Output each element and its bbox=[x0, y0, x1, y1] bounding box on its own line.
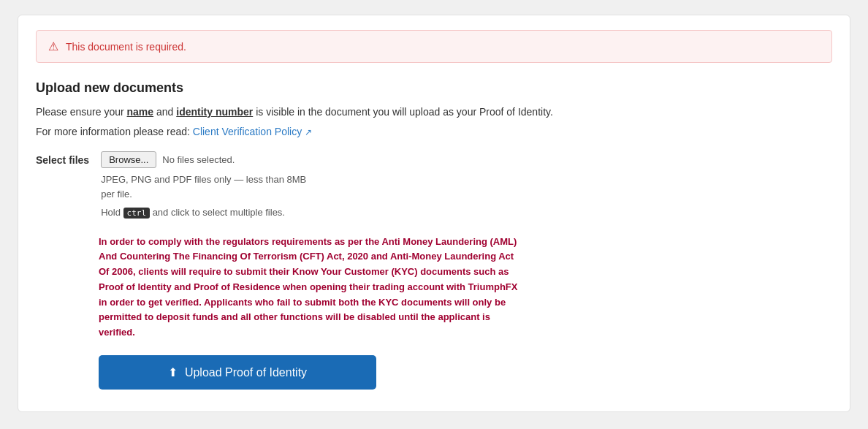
policy-link[interactable]: Client Verification Policy bbox=[193, 126, 302, 137]
file-label: Select files bbox=[36, 151, 89, 166]
upload-button-label: Upload Proof of Identity bbox=[185, 366, 307, 379]
file-upload-row: Select files Browse... No files selected… bbox=[36, 151, 832, 220]
ctrl-key-badge: ctrl bbox=[123, 208, 151, 219]
alert-box: ⚠ This document is required. bbox=[36, 30, 832, 63]
upload-icon: ⬆ bbox=[168, 365, 178, 379]
warning-icon: ⚠ bbox=[48, 39, 58, 53]
id-emphasis: identity number bbox=[176, 106, 253, 118]
file-hint-line2: Hold ctrl and click to select multiple f… bbox=[101, 205, 320, 220]
alert-text: This document is required. bbox=[66, 41, 186, 53]
section-title: Upload new documents bbox=[36, 80, 832, 96]
file-upload-area: Browse... No files selected. JPEG, PNG a… bbox=[101, 151, 320, 220]
no-file-text: No files selected. bbox=[162, 154, 235, 165]
browse-button[interactable]: Browse... bbox=[101, 151, 156, 168]
name-emphasis: name bbox=[127, 106, 154, 118]
file-input-row: Browse... No files selected. bbox=[101, 151, 320, 168]
aml-notice: In order to comply with the regulators r… bbox=[99, 235, 522, 341]
description-paragraph-2: For more information please read: Client… bbox=[36, 124, 832, 140]
upload-proof-button[interactable]: ⬆ Upload Proof of Identity bbox=[99, 355, 376, 390]
description-paragraph-1: Please ensure your name and identity num… bbox=[36, 105, 832, 120]
external-link-icon: ↗ bbox=[305, 127, 312, 137]
main-card: ⚠ This document is required. Upload new … bbox=[18, 15, 850, 412]
file-hint-line1: JPEG, PNG and PDF files only — less than… bbox=[101, 172, 320, 201]
